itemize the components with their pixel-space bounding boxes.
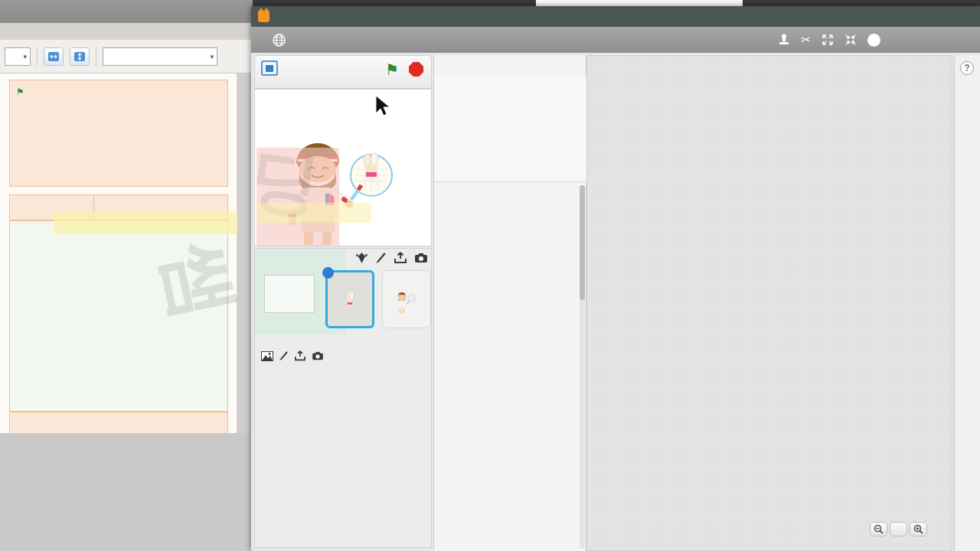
duplicate-stamp-icon[interactable]	[778, 34, 790, 46]
document-page: ⚑	[0, 73, 237, 433]
help-sidebar: ?	[954, 55, 980, 551]
scratch-window: ✂ ⚑ 딩	[251, 6, 980, 551]
palette-scrollbar-thumb[interactable]	[580, 185, 585, 300]
goal-section: ⚑	[9, 80, 228, 187]
zoom-in-button[interactable]	[910, 522, 927, 536]
help-icon[interactable]: ?	[960, 61, 974, 75]
upload-backdrop-icon[interactable]	[294, 350, 306, 361]
block-palette	[433, 55, 586, 551]
watermark-band	[54, 211, 237, 234]
find-input[interactable]: ▾	[103, 47, 217, 66]
block-help-icon[interactable]	[867, 34, 880, 47]
stop-button[interactable]	[409, 62, 423, 77]
watermark-band	[256, 203, 371, 223]
minimize-button[interactable]	[879, 6, 913, 27]
scratch-menubar: ✂	[251, 27, 980, 53]
document-title-fragment	[0, 23, 253, 40]
delete-scissors-icon[interactable]: ✂	[801, 33, 811, 47]
sprite-thumbnail-person[interactable]	[382, 270, 431, 328]
stage-thumbnail	[264, 275, 315, 313]
green-flag-button[interactable]: ⚑	[385, 60, 399, 79]
zoom-select[interactable]: ▾	[5, 47, 31, 66]
backdrop-library-icon[interactable]	[261, 350, 273, 361]
toolbar-divider	[96, 47, 96, 67]
maximize-button[interactable]	[913, 6, 946, 27]
sprite-panel	[254, 248, 432, 548]
document-titlebar	[0, 0, 253, 23]
fullscreen-icon[interactable]	[261, 60, 278, 76]
palette-block-list	[434, 182, 581, 551]
toolbar-divider	[37, 47, 38, 67]
document-window: ▾ ▾ ⚑	[0, 0, 253, 551]
background-window-strip	[536, 0, 743, 6]
category-panel	[434, 77, 587, 182]
camera-backdrop-icon[interactable]	[312, 350, 324, 361]
paint-new-sprite-icon[interactable]	[375, 252, 387, 264]
document-toolbar: ▾ ▾	[0, 40, 253, 73]
scratch-cat-icon	[258, 11, 270, 22]
zoom-out-button[interactable]	[870, 522, 887, 536]
fit-width-button[interactable]	[44, 47, 64, 66]
chevron-down-icon: ▾	[20, 53, 30, 60]
fit-page-button[interactable]	[70, 47, 90, 66]
scripts-area[interactable]	[586, 55, 952, 551]
stage[interactable]: 딩	[254, 89, 432, 246]
stage-thumbnail-item[interactable]	[260, 275, 319, 313]
upload-sprite-icon[interactable]	[394, 252, 407, 264]
person-thumb-image	[390, 279, 423, 319]
scratch-titlebar	[251, 6, 980, 27]
green-flag-icon: ⚑	[16, 87, 24, 96]
overlay-tint	[256, 148, 339, 246]
language-globe-icon[interactable]	[273, 34, 286, 47]
fit-page-icon	[74, 51, 86, 62]
stage-header: ⚑	[254, 55, 432, 89]
paint-backdrop-icon[interactable]	[279, 350, 289, 361]
fit-width-icon	[47, 51, 60, 62]
sprite-info-icon[interactable]	[322, 267, 334, 279]
new-sprite-library-icon[interactable]	[355, 252, 368, 264]
zoom-controls	[870, 522, 927, 536]
chevron-down-icon: ▾	[207, 53, 217, 60]
close-button[interactable]	[946, 6, 980, 27]
shrink-sprite-icon[interactable]	[844, 34, 857, 46]
camera-sprite-icon[interactable]	[414, 253, 428, 263]
instructions-section	[9, 220, 228, 412]
sprite-thumbnail-shuttlecock[interactable]	[325, 270, 374, 328]
document-background	[0, 433, 253, 551]
new-sprite-buttons	[355, 252, 428, 264]
shuttlecock-thumb-image	[345, 292, 354, 307]
grow-sprite-icon[interactable]	[822, 34, 834, 46]
zoom-reset-button[interactable]	[890, 522, 907, 536]
new-backdrop-section	[261, 347, 324, 361]
